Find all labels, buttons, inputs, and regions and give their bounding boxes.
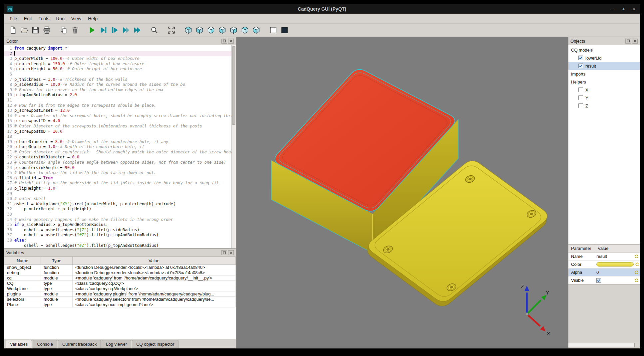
viewport-3d[interactable]: Z Y X	[236, 37, 568, 348]
reset-param-button[interactable]	[633, 254, 640, 259]
code-line[interactable]: 32 p_outerHeight + p_lipHeight)	[4, 207, 236, 212]
checkbox[interactable]	[578, 56, 583, 60]
menu-run[interactable]: Run	[53, 15, 68, 23]
run-script-icon[interactable]	[87, 25, 97, 36]
variable-row[interactable]: pluginsmodule<module 'cadquery.plugins' …	[4, 291, 236, 297]
wireframe-icon[interactable]	[268, 25, 278, 36]
param-row-alpha[interactable]: Alpha0	[568, 268, 640, 276]
bottom-strip[interactable]	[568, 343, 640, 347]
view-front-icon[interactable]	[194, 25, 205, 36]
tree-item-lowerlid[interactable]: lowerLid	[568, 54, 640, 62]
code-line[interactable]: 7p_thickness = 3.0··# Thickness of the b…	[4, 77, 236, 83]
code-line[interactable]: 36 oshell = oshell.edges("|Z").fillet(p_…	[4, 228, 236, 233]
variables-column-header[interactable]: Name	[4, 257, 41, 265]
code-line[interactable]: 37 oshell = oshell.edges("#Z").fillet(p_…	[4, 233, 236, 238]
variable-row[interactable]: selectorsmodule<module 'cadquery.selecto…	[4, 297, 236, 302]
code-line[interactable]: oshell = oshell.edges("#Z").fillet(p_top…	[4, 243, 236, 249]
objects-float-button[interactable]	[625, 39, 631, 44]
checkbox[interactable]	[578, 95, 583, 100]
code-line[interactable]: 34# weird geometry happens if we make th…	[4, 217, 236, 223]
code-line[interactable]: 12# How far in from the edges the screwp…	[4, 103, 236, 108]
code-line[interactable]: 15p_screwpostID = 4.0	[4, 118, 236, 124]
code-line[interactable]: 25# Whether to place the lid with the to…	[4, 170, 236, 176]
debug-icon[interactable]	[98, 25, 109, 36]
code-line[interactable]: 30# outer shell	[4, 196, 236, 202]
tree-item-helpers[interactable]: Helpers	[568, 78, 640, 86]
maximize-button[interactable]: +	[621, 6, 626, 12]
view-top-icon[interactable]	[239, 25, 250, 36]
tree-item-z[interactable]: Z	[568, 102, 640, 110]
code-line[interactable]: 2	[4, 51, 236, 57]
step-icon[interactable]	[109, 25, 120, 36]
variable-row[interactable]: CQtype<class 'cadquery.cq.CQ'>	[4, 281, 236, 286]
code-line[interactable]: 6	[4, 72, 236, 77]
code-line[interactable]: 10p_topAndBottomRadius = 2.0	[4, 92, 236, 98]
variable-row[interactable]: cqmodule<module 'cadquery' from '/home/a…	[4, 275, 236, 281]
variables-column-header[interactable]: Value	[73, 257, 236, 265]
code-line[interactable]: 28p_lipHeight = 1.0	[4, 186, 236, 191]
view-right-icon[interactable]	[228, 25, 239, 36]
view-back-icon[interactable]	[205, 25, 216, 36]
code-line[interactable]: 38else:	[4, 238, 236, 243]
checkbox[interactable]	[578, 88, 583, 92]
code-line[interactable]: 5p_outerHeight = 50.0··# Outer height of…	[4, 67, 236, 72]
menu-edit[interactable]: Edit	[21, 15, 35, 23]
view-bottom-icon[interactable]	[251, 25, 261, 36]
code-line[interactable]: 23# Countersink angle (complete angle be…	[4, 160, 236, 165]
code-line[interactable]: 19p_boreDiameter = 8.0··# Diameter of th…	[4, 139, 236, 145]
code-line[interactable]: 1from cadquery import *	[4, 46, 236, 51]
code-line[interactable]: 22p_countersinkDiameter = 0.0	[4, 155, 236, 160]
code-line[interactable]: 16# Outer Diameter of the screwposts.\nD…	[4, 124, 236, 129]
variable-row[interactable]: Planetype<class 'cadquery.occ_impl.geom.…	[4, 302, 236, 307]
param-row-visible[interactable]: Visible	[568, 276, 640, 284]
checkbox[interactable]	[596, 278, 601, 283]
param-value[interactable]	[595, 278, 633, 283]
param-row-name[interactable]: Nameresult	[568, 253, 640, 261]
code-editor[interactable]: 1from cadquery import *23p_outerWidth = …	[4, 45, 236, 249]
copy-icon[interactable]	[58, 25, 69, 36]
tree-item-x[interactable]: X	[568, 86, 640, 94]
code-line[interactable]: 33	[4, 212, 236, 217]
code-line[interactable]: 26p_flipLid = True	[4, 176, 236, 181]
code-line[interactable]: 35if p_sideRadius > p_topAndBottomRadius…	[4, 222, 236, 228]
tab-cq-object-inspector[interactable]: CQ object inspector	[132, 340, 178, 348]
code-line[interactable]: 8p_sideRadius = 10.0··# Radius for the c…	[4, 82, 236, 88]
code-line[interactable]: 3p_outerWidth = 100.0··# Outer width of …	[4, 56, 236, 62]
tab-current-traceback[interactable]: Current traceback	[58, 340, 101, 348]
variables-column-header[interactable]: Type	[41, 257, 73, 265]
minimize-button[interactable]: −	[611, 6, 616, 12]
code-line[interactable]: 13p_screwpostInset = 12.0	[4, 108, 236, 113]
param-row-color[interactable]: Color	[568, 261, 640, 268]
titlebar[interactable]: cq CadQuery GUI (PyQT) − + ×	[4, 4, 640, 14]
fit-all-icon[interactable]	[166, 25, 176, 36]
code-line[interactable]: 9# Radius for the curves on the top and …	[4, 88, 236, 93]
shaded-icon[interactable]	[279, 25, 290, 36]
menu-tools[interactable]: Tools	[35, 15, 53, 23]
code-line[interactable]: 29	[4, 191, 236, 197]
tree-item-result[interactable]: result	[568, 62, 640, 70]
menu-file[interactable]: File	[6, 15, 21, 23]
tree-item-cq-models[interactable]: CQ models	[568, 46, 640, 54]
editor-scrollbar[interactable]	[231, 45, 236, 248]
editor-float-button[interactable]	[221, 39, 227, 44]
menu-help[interactable]: Help	[85, 15, 101, 23]
variable-row[interactable]: debugfunction<function Debugger.render.<…	[4, 270, 236, 275]
color-swatch[interactable]	[596, 262, 634, 267]
continue-icon[interactable]	[132, 25, 143, 36]
print-icon[interactable]	[41, 25, 52, 36]
checkbox[interactable]	[578, 103, 583, 108]
variables-float-button[interactable]	[221, 250, 227, 255]
code-line[interactable]: 24p_countersinkAngle = 90.0	[4, 165, 236, 171]
code-line[interactable]: 17p_screwpostOD = 10.0	[4, 129, 236, 134]
code-line[interactable]: 27# Height of lip on the underside of th…	[4, 181, 236, 186]
menu-view[interactable]: View	[68, 15, 85, 23]
new-file-icon[interactable]	[7, 25, 18, 36]
close-button[interactable]: ×	[631, 6, 636, 12]
tree-item-y[interactable]: Y	[568, 94, 640, 102]
view-left-icon[interactable]	[217, 25, 227, 36]
reset-param-button[interactable]	[633, 278, 640, 282]
code-line[interactable]: 11	[4, 98, 236, 103]
variable-row[interactable]: Workplanetype<class 'cadquery.cq.Workpla…	[4, 286, 236, 291]
zoom-icon[interactable]	[149, 25, 160, 36]
checkbox[interactable]	[578, 64, 583, 68]
